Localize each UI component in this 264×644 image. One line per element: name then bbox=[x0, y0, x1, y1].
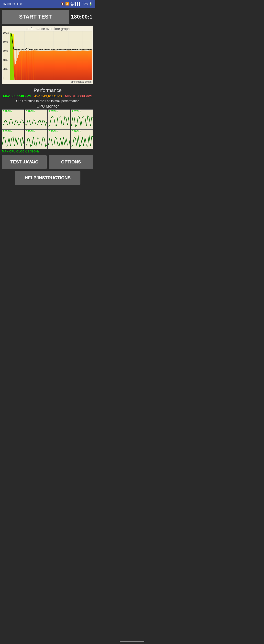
battery-icon: 🔋 bbox=[89, 2, 92, 6]
cpu-freq-2: 2.57GHz bbox=[48, 110, 70, 113]
signal-icon: ▌▌▌ bbox=[75, 2, 81, 6]
performance-avg: Avg 343,611GIPS bbox=[34, 94, 62, 98]
performance-max: Max 533,558GIPS bbox=[3, 94, 31, 98]
svg-rect-14 bbox=[16, 50, 17, 80]
performance-stats: Performance Max 533,558GIPS Avg 343,611G… bbox=[2, 86, 93, 104]
svg-rect-15 bbox=[18, 50, 18, 80]
help-row: HELP/INSTRUCTIONS bbox=[2, 171, 93, 185]
cpu-graph-0 bbox=[2, 113, 24, 128]
svg-marker-11 bbox=[10, 34, 92, 80]
cpu-freq-7: 0.90GHz bbox=[71, 130, 93, 133]
svg-rect-21 bbox=[30, 50, 30, 80]
svg-rect-22 bbox=[32, 50, 32, 80]
mute-icon: 🔇 bbox=[61, 2, 64, 6]
svg-rect-20 bbox=[28, 50, 29, 80]
svg-rect-24 bbox=[35, 50, 36, 80]
message-icon: ✉ bbox=[13, 2, 15, 6]
cpu-graph-6 bbox=[48, 133, 70, 148]
options-button[interactable]: OPTIONS bbox=[49, 155, 93, 169]
top-row: START TEST 180:00:1 bbox=[2, 10, 93, 24]
wifi-icon: 📶 bbox=[65, 2, 69, 6]
cpu-freq-5: 0.49GHz bbox=[25, 130, 47, 133]
performance-numbers: Max 533,558GIPS Avg 343,611GIPS Min 315,… bbox=[3, 94, 92, 98]
cpu-freq-4: 2.57GHz bbox=[2, 130, 24, 133]
performance-throttle: CPU throttled to 59% of its max performa… bbox=[3, 99, 92, 103]
status-left: 07:33 ✉ Ⅲ ⊙ bbox=[3, 2, 22, 6]
cpu-cell-7: 0.90GHz bbox=[71, 130, 93, 149]
battery-display: 19% bbox=[82, 2, 88, 6]
cpu-cell-2: 2.57GHz bbox=[48, 110, 70, 129]
instagram-icon: ⊙ bbox=[20, 2, 22, 6]
performance-min: Min 315,866GIPS bbox=[65, 94, 92, 98]
svg-rect-17 bbox=[21, 50, 22, 80]
cpu-freq-6: 0.49GHz bbox=[48, 130, 70, 133]
cpu-graph-4 bbox=[2, 133, 24, 148]
svg-rect-18 bbox=[23, 50, 24, 80]
cpu-monitor-title: CPU Monitor bbox=[2, 104, 93, 108]
cpu-cell-0: 0.78GHz bbox=[2, 110, 24, 129]
test-java-c-button[interactable]: TEST JAVA/C bbox=[2, 155, 47, 169]
cpu-cell-5: 0.49GHz bbox=[25, 130, 47, 149]
graph-title: performance over time graph bbox=[2, 27, 93, 31]
cpu-graph-7 bbox=[71, 133, 93, 148]
performance-graph-section: performance over time graph 0 20% 40% 60… bbox=[2, 26, 93, 84]
cpu-graph-2 bbox=[48, 113, 70, 128]
graph-area: 0 20% 40% 60% 80% 100% bbox=[3, 31, 92, 80]
svg-rect-31 bbox=[48, 113, 70, 128]
svg-rect-19 bbox=[26, 50, 27, 80]
time-display: 07:33 bbox=[3, 2, 11, 6]
cpu-graph-3 bbox=[71, 113, 93, 128]
cpu-graph-1 bbox=[25, 113, 47, 128]
cpu-freq-3: 2.57GHz bbox=[71, 110, 93, 113]
cpu-cell-4: 2.57GHz bbox=[2, 130, 24, 149]
cpu-freq-0: 0.78GHz bbox=[2, 110, 24, 113]
cpu-freq-1: 0.78GHz bbox=[25, 110, 47, 113]
svg-rect-16 bbox=[20, 50, 20, 80]
status-right: 🔇 📶 Vo)LTE ▌▌▌ 19% 🔋 bbox=[61, 2, 92, 6]
max-cpu-clock: MAX CPU CLOCK:3.39GHz bbox=[2, 149, 93, 154]
performance-graph-svg bbox=[3, 31, 92, 80]
action-buttons-row: TEST JAVA/C OPTIONS bbox=[2, 155, 93, 169]
cpu-cell-6: 0.49GHz bbox=[48, 130, 70, 149]
status-bar: 07:33 ✉ Ⅲ ⊙ 🔇 📶 Vo)LTE ▌▌▌ 19% 🔋 bbox=[0, 0, 95, 8]
metro-icon: Ⅲ bbox=[17, 2, 19, 6]
cpu-graph-5 bbox=[25, 133, 47, 148]
svg-rect-23 bbox=[33, 50, 34, 80]
main-content: START TEST 180:00:1 performance over tim… bbox=[0, 8, 95, 189]
cpu-monitor-section: CPU Monitor 0.78GHz 0.78GHz bbox=[2, 104, 93, 154]
cpu-grid: 0.78GHz 0.78GHz bbox=[2, 110, 93, 149]
x-axis-label: time(interval 30min) bbox=[2, 80, 93, 84]
performance-title: Performance bbox=[3, 88, 92, 93]
cpu-cell-1: 0.78GHz bbox=[25, 110, 47, 129]
cpu-cell-3: 2.57GHz bbox=[71, 110, 93, 129]
help-instructions-button[interactable]: HELP/INSTRUCTIONS bbox=[15, 171, 80, 185]
timer-display: 180:00:1 bbox=[71, 14, 93, 20]
start-test-button[interactable]: START TEST bbox=[2, 10, 69, 24]
volte-label: Vo)LTE bbox=[70, 2, 74, 6]
